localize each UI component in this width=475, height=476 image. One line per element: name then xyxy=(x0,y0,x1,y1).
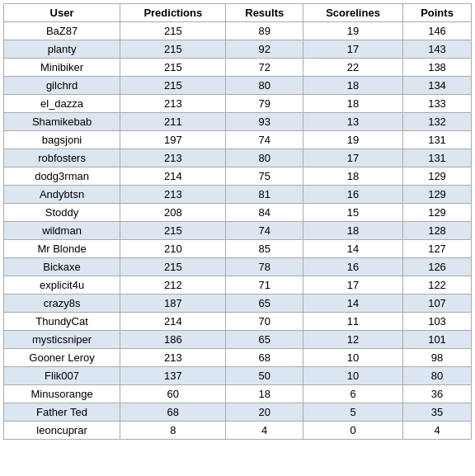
cell-value: 85 xyxy=(226,240,303,258)
table-row: wildman2157418128 xyxy=(4,222,472,240)
cell-value: 214 xyxy=(120,313,226,331)
table-row: Father Ted6820535 xyxy=(4,403,472,422)
cell-value: 146 xyxy=(403,22,472,40)
table-row: gilchrd2158018134 xyxy=(4,77,472,95)
cell-value: 92 xyxy=(226,40,303,59)
cell-value: 126 xyxy=(403,258,472,276)
cell-value: 36 xyxy=(403,385,472,403)
user-name: Mr Blonde xyxy=(4,240,120,258)
cell-value: 70 xyxy=(226,313,303,331)
table-row: Mr Blonde2108514127 xyxy=(4,240,472,258)
col-header-points: Points xyxy=(403,4,472,22)
cell-value: 19 xyxy=(303,22,403,40)
cell-value: 16 xyxy=(303,258,403,276)
cell-value: 215 xyxy=(120,59,226,77)
cell-value: 213 xyxy=(120,186,226,204)
cell-value: 132 xyxy=(403,113,472,131)
col-header-user: User xyxy=(4,4,120,22)
cell-value: 72 xyxy=(226,59,303,77)
cell-value: 18 xyxy=(303,77,403,95)
cell-value: 214 xyxy=(120,167,226,186)
cell-value: 84 xyxy=(226,204,303,222)
cell-value: 129 xyxy=(403,186,472,204)
cell-value: 65 xyxy=(226,295,303,313)
cell-value: 131 xyxy=(403,131,472,149)
cell-value: 212 xyxy=(120,276,226,295)
cell-value: 74 xyxy=(226,222,303,240)
user-name: el_dazza xyxy=(4,95,120,113)
user-name: dodg3rman xyxy=(4,167,120,186)
col-header-scorelines: Scorelines xyxy=(303,4,403,22)
cell-value: 122 xyxy=(403,276,472,295)
cell-value: 79 xyxy=(226,95,303,113)
col-header-predictions: Predictions xyxy=(120,4,226,22)
cell-value: 6 xyxy=(303,385,403,403)
table-row: Stoddy2088415129 xyxy=(4,204,472,222)
cell-value: 210 xyxy=(120,240,226,258)
cell-value: 131 xyxy=(403,149,472,167)
table-row: mysticsniper1866512101 xyxy=(4,331,472,349)
cell-value: 71 xyxy=(226,276,303,295)
table-row: dodg3rman2147518129 xyxy=(4,167,472,186)
user-name: Minibiker xyxy=(4,59,120,77)
cell-value: 137 xyxy=(120,367,226,385)
user-name: Stoddy xyxy=(4,204,120,222)
table-row: ThundyCat2147011103 xyxy=(4,313,472,331)
cell-value: 129 xyxy=(403,204,472,222)
cell-value: 103 xyxy=(403,313,472,331)
cell-value: 187 xyxy=(120,295,226,313)
table-row: planty2159217143 xyxy=(4,40,472,59)
table-row: Shamikebab2119313132 xyxy=(4,113,472,131)
table-row: bagsjoni1977419131 xyxy=(4,131,472,149)
user-name: planty xyxy=(4,40,120,59)
cell-value: 128 xyxy=(403,222,472,240)
table-row: Flik007137501080 xyxy=(4,367,472,385)
user-name: gilchrd xyxy=(4,77,120,95)
table-row: Minusorange6018636 xyxy=(4,385,472,403)
cell-value: 98 xyxy=(403,349,472,367)
cell-value: 127 xyxy=(403,240,472,258)
cell-value: 129 xyxy=(403,167,472,186)
cell-value: 4 xyxy=(226,422,303,440)
table-row: Gooner Leroy213681098 xyxy=(4,349,472,367)
user-name: bagsjoni xyxy=(4,131,120,149)
table-row: Minibiker2157222138 xyxy=(4,59,472,77)
cell-value: 93 xyxy=(226,113,303,131)
cell-value: 18 xyxy=(226,385,303,403)
cell-value: 143 xyxy=(403,40,472,59)
cell-value: 10 xyxy=(303,367,403,385)
user-name: Flik007 xyxy=(4,367,120,385)
table-row: Bickaxe2157816126 xyxy=(4,258,472,276)
user-name: mysticsniper xyxy=(4,331,120,349)
cell-value: 197 xyxy=(120,131,226,149)
user-name: Andybtsn xyxy=(4,186,120,204)
cell-value: 213 xyxy=(120,349,226,367)
cell-value: 16 xyxy=(303,186,403,204)
cell-value: 75 xyxy=(226,167,303,186)
table-row: el_dazza2137918133 xyxy=(4,95,472,113)
cell-value: 215 xyxy=(120,222,226,240)
cell-value: 107 xyxy=(403,295,472,313)
cell-value: 18 xyxy=(303,222,403,240)
cell-value: 213 xyxy=(120,95,226,113)
table-row: robfosters2138017131 xyxy=(4,149,472,167)
cell-value: 215 xyxy=(120,22,226,40)
user-name: Minusorange xyxy=(4,385,120,403)
cell-value: 208 xyxy=(120,204,226,222)
user-name: ThundyCat xyxy=(4,313,120,331)
cell-value: 4 xyxy=(403,422,472,440)
cell-value: 10 xyxy=(303,349,403,367)
cell-value: 17 xyxy=(303,40,403,59)
cell-value: 8 xyxy=(120,422,226,440)
cell-value: 68 xyxy=(120,403,226,422)
cell-value: 215 xyxy=(120,40,226,59)
cell-value: 11 xyxy=(303,313,403,331)
user-name: wildman xyxy=(4,222,120,240)
cell-value: 22 xyxy=(303,59,403,77)
cell-value: 14 xyxy=(303,240,403,258)
user-name: Bickaxe xyxy=(4,258,120,276)
cell-value: 65 xyxy=(226,331,303,349)
col-header-results: Results xyxy=(226,4,303,22)
user-name: BaZ87 xyxy=(4,22,120,40)
cell-value: 78 xyxy=(226,258,303,276)
